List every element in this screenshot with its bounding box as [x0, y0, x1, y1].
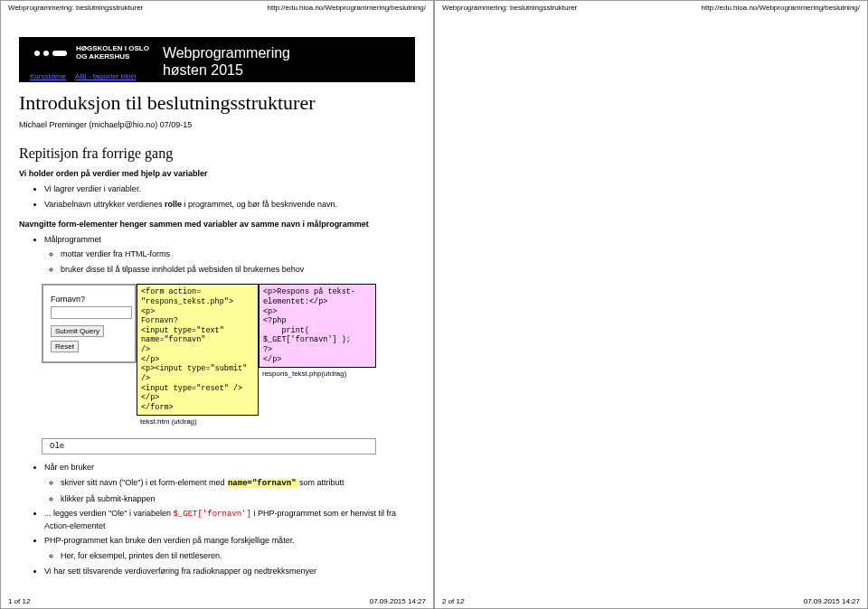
reset-button[interactable]: Reset [51, 341, 79, 352]
page-number: 2 of 12 [442, 597, 464, 605]
course-banner: HØGSKOLEN I OSLO OG AKERSHUS Webprogramm… [19, 37, 415, 82]
page-timestamp: 07.09.2015 14:27 [370, 597, 426, 605]
author-line: Michael Preminger (michaelp@hio.no) 07/0… [19, 120, 415, 129]
bullet-target-program: Målprogrammet mottar verdier fra HTML-fo… [44, 234, 415, 276]
svg-point-1 [43, 51, 49, 56]
subheading-2: Navngitte form-elementer henger sammen m… [19, 220, 415, 229]
bullet-php-uses-value: PHP-programmet kan bruke den verdien på … [44, 535, 415, 561]
institution-logo: HØGSKOLEN I OSLO OG AKERSHUS [30, 44, 149, 62]
course-title-2: høsten 2015 [163, 61, 290, 79]
bullet-when-user: Når en bruker skriver sitt navn ("Ole") … [44, 462, 415, 504]
form-preview: Fornavn? Submit Query Reset [42, 284, 137, 363]
html-code-snippet: <form action= "respons_tekst.php"> <p> F… [137, 284, 259, 416]
php-code-snippet: <p>Respons på tekst- elementet:</p> <p> … [259, 284, 376, 368]
example-row: Fornavn? Submit Query Reset <form action… [42, 284, 415, 426]
logo-text-2: OG AKERSHUS [76, 53, 149, 61]
nav-abi-fagsider[interactable]: ABI - fagsider bibin [75, 72, 137, 80]
hioa-logo-icon [30, 44, 71, 62]
svg-rect-2 [52, 51, 67, 56]
page-heading: Introduksjon til beslutningsstrukturer [19, 91, 415, 115]
section-heading: Repitisjon fra forrige gang [19, 145, 415, 162]
bullet-value-assigned: ... legges verdien "Ole" i variabelen $_… [44, 508, 415, 531]
page-title-left: Webprogrammering: beslutningsstrukturer [442, 4, 577, 12]
bullet-printed-here: Her, for eksempel, printes den til nettl… [61, 550, 415, 562]
page-url-right: http://edu.hioa.no/Webprogrammering/besl… [267, 4, 426, 12]
subheading-1: Vi holder orden på verdier med hjelp av … [19, 169, 415, 178]
bullet-clicks-submit: klikker på submit-knappen [61, 493, 415, 505]
form-label: Fornavn? [51, 295, 85, 304]
fornavn-input[interactable] [51, 306, 132, 319]
page-timestamp: 07.09.2015 14:27 [804, 597, 860, 605]
nav-kurssidene[interactable]: Kurssidene [30, 72, 66, 80]
bullet-store-values: Vi lagrer verdier i variabler. [44, 183, 415, 195]
page-number: 1 of 12 [8, 597, 30, 605]
page-url-right: http://edu.hioa.no/Webprogrammering/besl… [701, 4, 860, 12]
svg-point-0 [34, 51, 40, 56]
bullet-similar-transfer: Vi har sett tilsvarende verdioverføring … [44, 566, 415, 577]
output-box: Ole [42, 438, 376, 454]
course-title-1: Webprogrammering [163, 44, 290, 61]
html-code-caption: tekst.htm (utdrag) [137, 416, 259, 426]
bullet-var-names: Variabelnavn uttrykker verdienes rolle i… [44, 199, 415, 211]
bullet-uses-values: bruker disse til å tilpasse innholdet på… [61, 264, 415, 276]
submit-button[interactable]: Submit Query [51, 325, 104, 337]
php-code-caption: respons_tekst.php(utdrag) [259, 368, 376, 378]
page-title-left: Webprogrammering: beslutningsstrukturer [8, 4, 143, 12]
bullet-receives-forms: mottar verdier fra HTML-forms [61, 248, 415, 260]
bullet-writes-name: skriver sitt navn ("Ole") i et form-elem… [61, 477, 415, 490]
